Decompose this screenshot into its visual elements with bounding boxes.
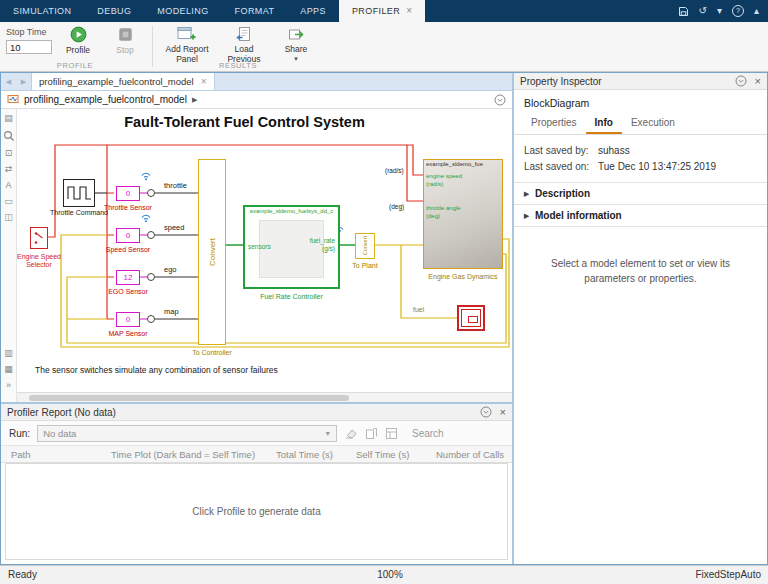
- map-sensor-label: MAP Sensor: [91, 330, 165, 338]
- editor-palette: ▤ ⊡ ⇄ A ▭ ◫ ▥ ▦ »: [1, 109, 17, 402]
- wireless-logging-icon: [140, 171, 152, 181]
- fuel-rate-controller-block[interactable]: example_sldemo_fuelsys_dd_c sensors fuel…: [243, 205, 340, 289]
- hide-breadcrumb-icon[interactable]: [494, 94, 506, 106]
- dock-icon[interactable]: ▤: [4, 114, 13, 123]
- tab-debug[interactable]: DEBUG: [84, 0, 144, 22]
- breadcrumb-arrow-icon[interactable]: ▶: [192, 96, 197, 104]
- column-number-of-calls[interactable]: Number of Calls: [436, 449, 512, 460]
- load-previous-button[interactable]: Load Previous: [218, 25, 270, 66]
- profiler-column-headers: Path Time Plot (Dark Band = Self Time) T…: [1, 446, 512, 463]
- stop-button[interactable]: Stop: [104, 25, 146, 57]
- share-button[interactable]: Share ▼: [275, 25, 317, 63]
- ego-switch[interactable]: [147, 273, 155, 281]
- search-input[interactable]: [412, 428, 476, 439]
- load-previous-icon: [236, 26, 252, 44]
- speed-sensor-label: Speed Sensor: [91, 246, 165, 254]
- throttle-command-block[interactable]: [63, 179, 95, 207]
- map-switch[interactable]: [147, 315, 155, 323]
- tab-properties[interactable]: Properties: [522, 114, 586, 134]
- matlab-simulink-window: SIMULATION DEBUG MODELING FORMAT APPS PR…: [0, 0, 768, 584]
- clear-run-icon[interactable]: [344, 427, 358, 439]
- document-tab[interactable]: profiling_example_fuelcontrol_model ×: [31, 73, 215, 90]
- viewmark-icon[interactable]: ◫: [4, 213, 13, 222]
- column-self-time[interactable]: Self Time (s): [356, 449, 436, 460]
- close-profiler-tab-icon[interactable]: ×: [406, 6, 412, 16]
- profile-button-label: Profile: [66, 46, 90, 56]
- forward-icon[interactable]: ▶: [16, 73, 31, 90]
- area-icon[interactable]: ▭: [4, 197, 13, 206]
- toolbar-dropdown-icon[interactable]: ▾: [717, 6, 722, 16]
- tab-format[interactable]: FORMAT: [222, 0, 288, 22]
- engine-gas-dynamics-header: example_sldemo_fue: [426, 161, 500, 167]
- solver-indicator[interactable]: FixedStepAuto: [695, 569, 761, 580]
- back-icon[interactable]: ◀: [1, 73, 16, 90]
- engine-speed-selector-block[interactable]: [30, 227, 48, 249]
- tab-apps[interactable]: APPS: [287, 0, 339, 22]
- map-sensor-block[interactable]: 0: [116, 312, 140, 327]
- speed-sensor-block[interactable]: 0: [116, 228, 140, 243]
- minimize-toolstrip-icon[interactable]: ▴: [754, 6, 759, 16]
- tab-simulation[interactable]: SIMULATION: [0, 0, 84, 22]
- table-icon[interactable]: ▦: [4, 365, 13, 374]
- section-model-information[interactable]: ▶ Model information: [514, 205, 767, 227]
- engine-gas-dynamics-block[interactable]: example_sldemo_fue engine speed (rad/s) …: [423, 159, 503, 269]
- to-plant-block[interactable]: Convert: [355, 233, 375, 259]
- close-document-icon[interactable]: ×: [201, 76, 207, 87]
- pan-icon[interactable]: ⇄: [5, 165, 13, 174]
- tab-modeling[interactable]: MODELING: [144, 0, 221, 22]
- breadcrumb[interactable]: profiling_example_fuelcontrol_model: [24, 94, 187, 105]
- expand-palette-icon[interactable]: »: [6, 381, 11, 390]
- inspector-hint: Select a model element to set or view it…: [538, 257, 743, 286]
- undo-icon[interactable]: ↺: [699, 6, 707, 16]
- layout-icon[interactable]: [385, 427, 398, 440]
- run-select[interactable]: No data ▼: [37, 425, 337, 442]
- section-description[interactable]: ▶ Description: [514, 183, 767, 205]
- share-label: Share: [285, 45, 308, 55]
- save-icon[interactable]: [678, 6, 689, 17]
- minimize-panel-icon[interactable]: [480, 406, 492, 418]
- map-signal-label: map: [164, 307, 179, 316]
- minimize-panel-icon[interactable]: [735, 75, 747, 87]
- help-icon[interactable]: ?: [732, 5, 744, 17]
- toolstrip-tab-bar: SIMULATION DEBUG MODELING FORMAT APPS PR…: [0, 0, 768, 22]
- add-report-panel-button[interactable]: Add Report Panel: [161, 25, 213, 66]
- last-saved-by-row: Last saved by: suhass: [514, 145, 767, 156]
- model-canvas[interactable]: ▤ ⊡ ⇄ A ▭ ◫ ▥ ▦ »: [1, 109, 512, 402]
- annotation-icon[interactable]: A: [5, 181, 11, 190]
- column-total-time[interactable]: Total Time (s): [276, 449, 356, 460]
- export-icon[interactable]: [365, 427, 378, 440]
- column-path[interactable]: Path: [11, 449, 111, 460]
- profiler-empty-state: Click Profile to generate data: [5, 463, 508, 560]
- throttle-signal-label: throttle: [164, 181, 187, 190]
- tab-profiler[interactable]: PROFILER ×: [339, 0, 425, 22]
- zoom-icon[interactable]: [3, 130, 15, 142]
- throttle-sensor-block[interactable]: 0: [116, 186, 140, 201]
- profiler-empty-message: Click Profile to generate data: [192, 506, 320, 517]
- rad-s-annotation: (rad/s): [385, 167, 404, 174]
- close-panel-icon[interactable]: ×: [500, 407, 506, 418]
- breadcrumb-bar: profiling_example_fuelcontrol_model ▶: [1, 91, 512, 109]
- document-tab-bar: ◀ ▶ profiling_example_fuelcontrol_model …: [1, 73, 512, 91]
- perspective-icon[interactable]: ▥: [4, 349, 13, 358]
- display-glyph: [468, 316, 478, 323]
- sensors-port-label: sensors: [248, 243, 271, 250]
- tab-execution[interactable]: Execution: [622, 114, 684, 134]
- to-controller-block[interactable]: Convert: [198, 159, 226, 345]
- fuel-display-block[interactable]: [457, 305, 485, 331]
- horizontal-scrollbar[interactable]: [29, 395, 349, 401]
- horizontal-scrollbar-track[interactable]: [17, 392, 512, 402]
- column-time-plot[interactable]: Time Plot (Dark Band = Self Time): [111, 449, 276, 460]
- profile-button[interactable]: Profile: [57, 25, 99, 57]
- ego-sensor-block[interactable]: 12: [116, 270, 140, 285]
- run-label: Run:: [9, 428, 30, 439]
- profiler-panel-header: Profiler Report (No data) ×: [1, 404, 512, 421]
- stop-time-control: Stop Time: [6, 25, 52, 54]
- property-inspector: Property Inspector × BlockDiagram Proper…: [512, 73, 767, 564]
- speed-switch[interactable]: [147, 231, 155, 239]
- block-diagram[interactable]: Fault-Tolerant Fuel Control System Engin…: [17, 109, 512, 392]
- throttle-switch[interactable]: [147, 189, 155, 197]
- stop-time-input[interactable]: [6, 40, 52, 54]
- close-panel-icon[interactable]: ×: [755, 76, 761, 87]
- tab-info[interactable]: Info: [586, 114, 622, 134]
- fit-to-view-icon[interactable]: ⊡: [5, 149, 13, 158]
